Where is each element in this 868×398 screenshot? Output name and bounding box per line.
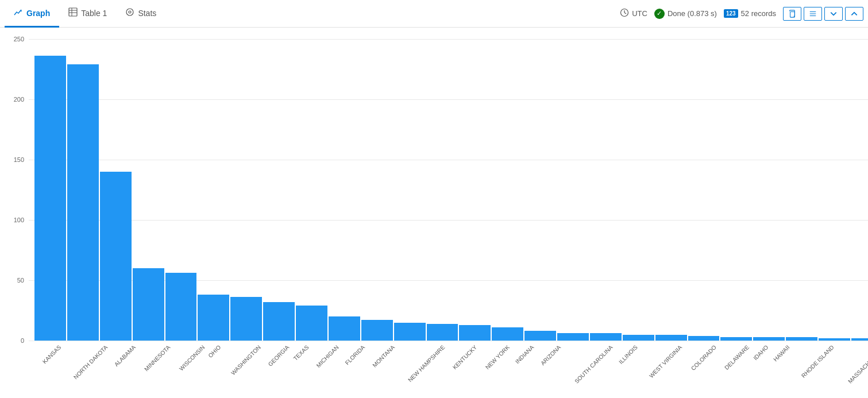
bar-wrapper[interactable] (34, 39, 66, 341)
bar (459, 325, 491, 341)
bar-wrapper[interactable] (100, 39, 132, 341)
columns-button[interactable] (804, 7, 822, 21)
bar (133, 268, 164, 341)
bar-wrapper[interactable] (851, 39, 868, 341)
bar (394, 323, 426, 341)
bar-wrapper[interactable] (557, 39, 589, 341)
bar (361, 320, 393, 341)
toolbar-right: UTC ✓ Done (0.873 s) 123 52 records (620, 7, 863, 21)
bar-wrapper[interactable] (263, 39, 295, 341)
bar-wrapper[interactable] (133, 39, 164, 341)
chevron-up-button[interactable] (845, 7, 863, 21)
x-label-wrapper: KANSAS (34, 341, 58, 398)
bar-wrapper[interactable] (492, 39, 523, 341)
bar-wrapper[interactable] (786, 39, 817, 341)
bar-wrapper[interactable] (655, 39, 687, 341)
bar-wrapper[interactable] (329, 39, 360, 341)
table-tab-label: Table 1 (81, 9, 107, 18)
bar-wrapper[interactable] (720, 39, 752, 341)
toolbar: Graph Table 1 Stats (0, 0, 868, 28)
y-axis-label: 100 (14, 217, 24, 223)
x-labels: KANSASNORTH DAKOTAALABAMAMINNESOTAWISCON… (29, 341, 868, 398)
svg-line-9 (624, 13, 626, 14)
records-badge: 123 52 records (724, 9, 776, 18)
graph-tab-label: Graph (26, 9, 50, 18)
bar-wrapper[interactable] (165, 39, 197, 341)
bar (819, 338, 850, 341)
bar-wrapper[interactable] (753, 39, 785, 341)
chart-inner: 250200150100500 KANSASNORTH DAKOTAALABAM… (0, 39, 868, 398)
records-number-icon: 123 (724, 9, 738, 18)
bar (786, 337, 817, 341)
y-axis-label: 50 (17, 277, 24, 284)
bar-wrapper[interactable] (590, 39, 622, 341)
stats-icon (125, 7, 134, 18)
y-axis-label: 250 (14, 36, 24, 42)
bar (590, 333, 622, 341)
bar (623, 335, 654, 341)
bar-wrapper[interactable] (459, 39, 491, 341)
bar (557, 333, 589, 341)
bar (688, 336, 720, 341)
bar (165, 273, 197, 341)
bar-wrapper[interactable] (198, 39, 229, 341)
bar (851, 338, 868, 341)
toolbar-actions (783, 7, 863, 21)
bar (720, 337, 752, 341)
svg-rect-1 (69, 8, 77, 16)
bar-wrapper[interactable] (623, 39, 654, 341)
table-icon (68, 7, 78, 18)
bars-container (29, 39, 868, 341)
bar (655, 335, 687, 341)
bar-wrapper[interactable] (230, 39, 262, 341)
y-axis-label: 200 (14, 96, 24, 103)
bar-wrapper[interactable] (688, 39, 720, 341)
bar (263, 302, 295, 341)
bar (296, 306, 327, 341)
tab-table[interactable]: Table 1 (59, 1, 116, 28)
utc-label: UTC (632, 9, 647, 18)
bar-wrapper[interactable] (67, 39, 99, 341)
y-axis-label: 0 (21, 337, 24, 344)
bar-wrapper[interactable] (394, 39, 426, 341)
svg-point-5 (126, 9, 133, 16)
bar (329, 316, 360, 341)
chart-container: 250200150100500 KANSASNORTH DAKOTAALABAM… (0, 28, 868, 398)
done-badge: ✓ Done (0.873 s) (654, 9, 717, 19)
clock-icon (620, 8, 629, 19)
graph-icon (14, 7, 23, 18)
utc-badge[interactable]: UTC (620, 8, 647, 19)
chart-area: 250200150100500 (29, 39, 868, 341)
bar (524, 331, 556, 341)
grid-line (29, 341, 868, 341)
bar (34, 56, 66, 341)
done-check-icon: ✓ (654, 9, 665, 19)
records-label: 52 records (741, 9, 776, 18)
y-axis-label: 150 (14, 156, 24, 163)
tab-stats[interactable]: Stats (116, 1, 165, 28)
bar-wrapper[interactable] (819, 39, 850, 341)
bar (230, 297, 262, 341)
stats-tab-label: Stats (138, 9, 156, 18)
svg-point-6 (129, 11, 131, 13)
bar (427, 324, 458, 341)
bar-wrapper[interactable] (361, 39, 393, 341)
chevron-down-button[interactable] (824, 7, 843, 21)
bar-wrapper[interactable] (296, 39, 327, 341)
tab-graph[interactable]: Graph (5, 1, 59, 28)
bar-wrapper[interactable] (524, 39, 556, 341)
bar (198, 295, 229, 341)
bar (753, 337, 785, 341)
done-label: Done (0.873 s) (668, 9, 717, 18)
bar (492, 327, 523, 341)
bar (67, 64, 99, 341)
bar-wrapper[interactable] (427, 39, 458, 341)
bar (100, 172, 132, 341)
copy-button[interactable] (783, 7, 801, 21)
